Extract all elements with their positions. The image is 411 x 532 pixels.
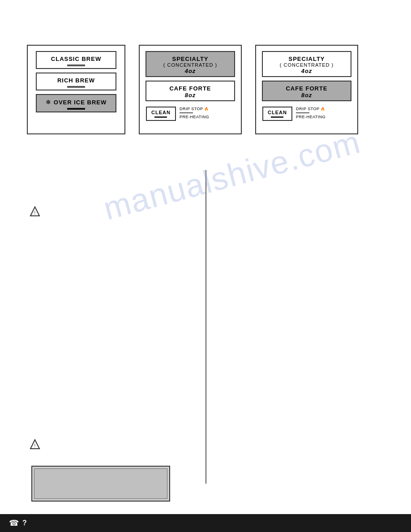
middle-panel: SPECIALTY ( CONCENTRATED ) 4oz CAFE FORT… <box>139 45 242 134</box>
drip-stop-label-right: DRIP STOP <box>296 107 320 111</box>
clean-label-right: CLEAN <box>268 110 287 115</box>
right-panel: SPECIALTY ( CONCENTRATED ) 4oz CAFE FORT… <box>255 45 358 134</box>
specialty-button-right[interactable]: SPECIALTY ( CONCENTRATED ) 4oz <box>262 51 351 77</box>
pre-heating-label-middle: PRE-HEATING <box>180 115 209 119</box>
status-labels-right: DRIP STOP 🔥 PRE-HEATING <box>296 107 325 119</box>
warning-triangle-2: ! <box>30 439 40 450</box>
drip-stop-label-middle: DRIP STOP <box>180 107 203 111</box>
rich-brew-label: RICH BREW <box>57 77 95 84</box>
specialty-size-right: 4oz <box>301 68 313 74</box>
classic-brew-label: CLASSIC BREW <box>51 56 101 62</box>
warning-triangle-1: ! <box>30 206 40 217</box>
over-ice-brew-label: OVER ICE BREW <box>54 99 107 106</box>
specialty-button-middle[interactable]: SPECIALTY ( CONCENTRATED ) 4oz <box>146 51 235 77</box>
cafe-forte-size-right: 8oz <box>301 92 313 99</box>
left-panel: CLASSIC BREW RICH BREW ❄ OVER ICE BREW <box>27 45 125 134</box>
watermark: manualshive.com <box>99 123 364 227</box>
phone-icon: ☎ <box>9 518 19 528</box>
bottom-panel-box <box>31 466 170 502</box>
status-labels-middle: DRIP STOP 🔥 PRE-HEATING <box>180 107 209 119</box>
cafe-forte-label-right: CAFE FORTE <box>286 85 327 92</box>
question-mark: ? <box>22 519 27 527</box>
over-ice-brew-button[interactable]: ❄ OVER ICE BREW <box>36 94 116 112</box>
cafe-forte-button-right[interactable]: CAFE FORTE 8oz <box>262 81 351 101</box>
vertical-divider <box>206 170 206 484</box>
cafe-forte-label-middle: CAFE FORTE <box>169 85 211 92</box>
bottom-panel-inner <box>34 468 167 499</box>
snowflake-icon: ❄ <box>46 99 51 106</box>
clean-button-middle[interactable]: CLEAN <box>146 107 176 121</box>
cafe-forte-size-middle: 8oz <box>185 92 196 99</box>
svg-text:!: ! <box>34 443 36 448</box>
drip-stop-icon-right: 🔥 <box>321 107 325 111</box>
concentrated-label-middle: ( CONCENTRATED ) <box>163 62 217 68</box>
concentrated-label-right: ( CONCENTRATED ) <box>280 62 334 68</box>
clean-label-middle: CLEAN <box>151 110 171 115</box>
specialty-label-middle: SPECIALTY <box>172 56 209 62</box>
pre-heating-label-right: PRE-HEATING <box>296 115 325 119</box>
rich-brew-button[interactable]: RICH BREW <box>36 73 116 90</box>
svg-text:!: ! <box>34 210 36 215</box>
specialty-label-right: SPECIALTY <box>289 56 325 62</box>
footer-bar: ☎ ? <box>0 514 411 532</box>
classic-brew-button[interactable]: CLASSIC BREW <box>36 51 116 69</box>
specialty-size-middle: 4oz <box>185 68 196 74</box>
drip-stop-icon-middle: 🔥 <box>204 107 209 111</box>
cafe-forte-button-middle[interactable]: CAFE FORTE 8oz <box>146 81 235 101</box>
clean-button-right[interactable]: CLEAN <box>262 107 292 121</box>
